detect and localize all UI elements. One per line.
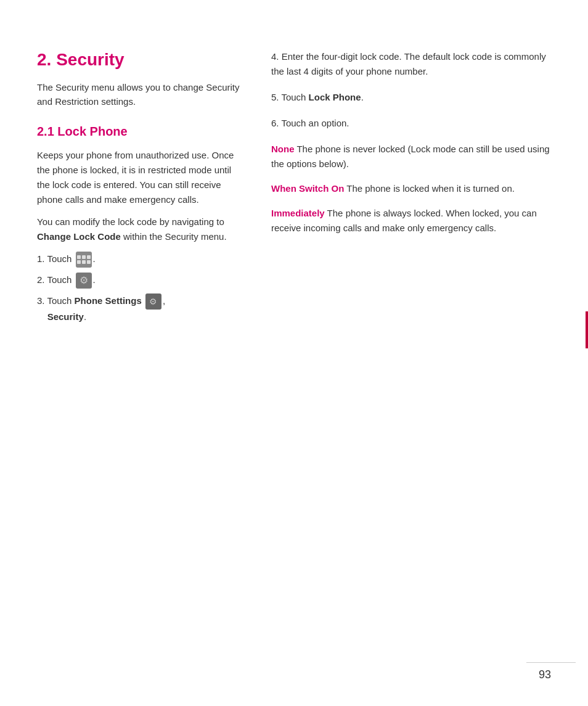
- none-label: None: [271, 144, 295, 154]
- step-6: 6. Touch an option.: [271, 116, 551, 131]
- step-2: 2. Touch ⚙.: [37, 273, 247, 289]
- subsection-body-1: Keeps your phone from unauthorized use. …: [37, 148, 247, 207]
- page-container: 2. Security The Security menu allows you…: [0, 0, 588, 706]
- immediately-label: Immediately: [271, 208, 325, 218]
- change-lock-code-label: Change Lock Code: [37, 231, 121, 242]
- option-immediately: Immediately The phone is always locked. …: [271, 206, 551, 236]
- apps-grid-icon: [76, 252, 92, 268]
- step-4: 4. Enter the four-digit lock code. The d…: [271, 49, 551, 79]
- subsection-body-2: You can modify the lock code by navigati…: [37, 215, 247, 244]
- gear-icon: ⚙: [76, 273, 92, 289]
- body-2-text: You can modify the lock code by navigati…: [37, 216, 224, 227]
- option-none: None The phone is never locked (Lock mod…: [271, 142, 551, 171]
- divider-line: [526, 662, 576, 663]
- phone-settings-icon: ⚙: [145, 293, 161, 310]
- page-number: 93: [539, 668, 551, 681]
- option-when-switch-on: When Switch On The phone is locked when …: [271, 181, 551, 196]
- body-2-end: within the Security menu.: [121, 231, 227, 242]
- left-column: 2. Security The Security menu allows you…: [37, 49, 247, 329]
- section-intro: The Security menu allows you to change S…: [37, 80, 247, 109]
- right-column: 4. Enter the four-digit lock code. The d…: [271, 49, 551, 329]
- step-5: 5. Touch Lock Phone.: [271, 90, 551, 105]
- subsection-title: 2.1 Lock Phone: [37, 123, 247, 139]
- section-title: 2. Security: [37, 49, 247, 70]
- step-3: 3. Touch Phone Settings ⚙, Security.: [37, 293, 247, 324]
- when-switch-on-label: When Switch On: [271, 183, 344, 194]
- security-label: Security: [47, 311, 84, 322]
- sidebar-wrapper: Settings: [586, 265, 588, 348]
- sidebar-bar: [586, 311, 588, 348]
- lock-phone-bold: Lock Phone: [309, 92, 361, 102]
- phone-settings-label: Phone Settings: [75, 295, 142, 306]
- step-1: 1. Touch .: [37, 252, 247, 268]
- grid-dots: [77, 255, 91, 264]
- content-area: 2. Security The Security menu allows you…: [37, 49, 551, 329]
